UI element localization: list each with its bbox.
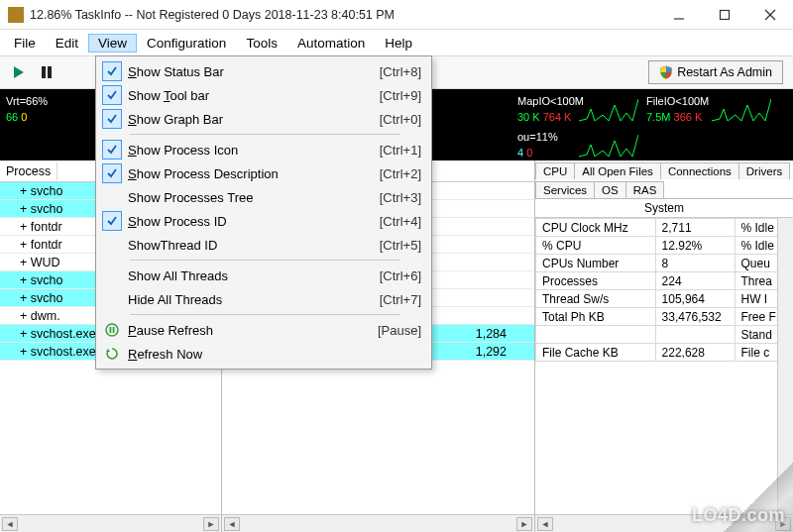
- system-cell: CPUs Number: [536, 255, 656, 272]
- menu-item-shortcut: [Ctrl+0]: [380, 112, 421, 127]
- scroll-right-icon[interactable]: ►: [203, 517, 219, 531]
- menu-item-show-process-id[interactable]: Show Process ID[Ctrl+4]: [98, 209, 429, 233]
- menu-item-label: Show Tool bar: [128, 88, 380, 103]
- system-row[interactable]: Thread Sw/s105,964HW I: [536, 290, 793, 308]
- system-row[interactable]: CPUs Number8Queu: [536, 255, 793, 272]
- system-cell: Thread Sw/s: [536, 290, 656, 308]
- menu-item-hide-all-threads[interactable]: Hide All Threads[Ctrl+7]: [98, 287, 429, 311]
- menu-view[interactable]: View: [88, 34, 137, 53]
- process-hscroll[interactable]: ◄ ►: [0, 514, 221, 532]
- scroll-right-icon[interactable]: ►: [516, 517, 532, 531]
- window-title: 12.86% TaskInfo -- Not Registered 0 Days…: [30, 8, 656, 22]
- graph-panel[interactable]: [642, 127, 773, 160]
- menu-edit[interactable]: Edit: [46, 34, 88, 53]
- svg-rect-5: [42, 66, 46, 78]
- menu-help[interactable]: Help: [375, 34, 422, 53]
- system-cell: [536, 326, 656, 344]
- refresh-icon: [102, 344, 122, 364]
- menu-item-pause-refresh[interactable]: Pause Refresh[Pause]: [98, 318, 429, 342]
- checkbox-icon: [102, 85, 122, 105]
- menu-item-showthread-id[interactable]: ShowThread ID[Ctrl+5]: [98, 233, 429, 257]
- tab-ras[interactable]: RAS: [625, 181, 665, 198]
- checkbox-icon: [102, 109, 122, 129]
- menu-item-shortcut: [Ctrl+3]: [380, 190, 421, 205]
- menu-item-shortcut: [Ctrl+4]: [380, 214, 421, 229]
- tab-services[interactable]: Services: [535, 181, 595, 198]
- tab-os[interactable]: OS: [594, 181, 626, 198]
- checkbox-icon: [102, 140, 122, 160]
- menu-item-label: Show All Threads: [128, 268, 380, 283]
- system-cell: 222,628: [655, 344, 735, 362]
- menu-item-show-tool-bar[interactable]: Show Tool bar[Ctrl+9]: [98, 83, 429, 107]
- menu-item-label: Show Process Description: [128, 166, 380, 181]
- menu-item-show-processes-tree[interactable]: Show Processes Tree[Ctrl+3]: [98, 185, 429, 209]
- system-row[interactable]: File Cache KB222,628File c: [536, 344, 793, 362]
- process-header-label: Process: [0, 162, 57, 180]
- tab-all-open-files[interactable]: All Open Files: [574, 162, 661, 179]
- menu-tools[interactable]: Tools: [236, 34, 287, 53]
- scroll-left-icon[interactable]: ◄: [2, 517, 18, 531]
- tab-connections[interactable]: Connections: [660, 162, 739, 179]
- title-bar: 12.86% TaskInfo -- Not Registered 0 Days…: [0, 0, 793, 30]
- maximize-button[interactable]: [702, 0, 747, 30]
- graph-panel[interactable]: FileIO<100M7.5M 366 K: [642, 91, 773, 125]
- menu-item-label: ShowThread ID: [128, 238, 380, 253]
- system-row[interactable]: Stand: [536, 326, 793, 344]
- system-vscroll[interactable]: [777, 218, 793, 514]
- system-hscroll[interactable]: ◄ ►: [535, 514, 793, 532]
- menu-configuration[interactable]: Configuration: [137, 34, 236, 53]
- menu-item-label: Show Graph Bar: [128, 112, 380, 127]
- svg-rect-1: [721, 10, 730, 19]
- menu-item-label: Refresh Now: [128, 347, 421, 362]
- menu-item-shortcut: [Ctrl+6]: [380, 268, 421, 283]
- system-cell: 8: [655, 255, 735, 272]
- checkbox-icon: [102, 266, 122, 285]
- close-button[interactable]: [747, 0, 793, 30]
- menu-automation[interactable]: Automation: [287, 34, 375, 53]
- system-cell: [655, 326, 735, 344]
- system-pane: CPUAll Open FilesConnectionsDriversServi…: [535, 160, 793, 532]
- menu-item-label: Show Process ID: [128, 214, 380, 229]
- svg-point-7: [106, 324, 118, 336]
- scroll-right-icon[interactable]: ►: [775, 517, 791, 531]
- scroll-left-icon[interactable]: ◄: [537, 517, 553, 531]
- menu-item-shortcut: [Ctrl+1]: [380, 143, 421, 158]
- menu-item-show-status-bar[interactable]: Show Status Bar[Ctrl+8]: [98, 59, 429, 83]
- graph-panel[interactable]: Vrt=66%66 0: [2, 91, 91, 125]
- system-cell: Total Ph KB: [536, 308, 656, 326]
- tab-drivers[interactable]: Drivers: [738, 162, 790, 179]
- shield-icon: [659, 65, 673, 79]
- view-menu-dropdown: Show Status Bar[Ctrl+8]Show Tool bar[Ctr…: [95, 55, 432, 370]
- scroll-left-icon[interactable]: ◄: [224, 517, 240, 531]
- center-hscroll[interactable]: ◄ ►: [222, 514, 534, 532]
- menu-item-shortcut: [Pause]: [378, 323, 421, 338]
- system-cell: CPU Clock MHz: [536, 219, 656, 237]
- menu-item-show-process-description[interactable]: Show Process Description[Ctrl+2]: [98, 161, 429, 185]
- system-cell: 224: [655, 272, 735, 290]
- checkbox-icon: [102, 235, 122, 255]
- menu-item-shortcut: [Ctrl+8]: [380, 64, 421, 79]
- menu-file[interactable]: File: [4, 34, 46, 53]
- menu-item-show-all-threads[interactable]: Show All Threads[Ctrl+6]: [98, 264, 429, 287]
- tab-cpu[interactable]: CPU: [535, 162, 575, 179]
- system-row[interactable]: Processes224Threa: [536, 272, 793, 290]
- menu-item-show-graph-bar[interactable]: Show Graph Bar[Ctrl+0]: [98, 107, 429, 131]
- graph-panel[interactable]: MapIO<100M30 K 764 K: [513, 91, 640, 125]
- pause-button[interactable]: [34, 59, 59, 85]
- menu-item-refresh-now[interactable]: Refresh Now: [98, 342, 429, 366]
- restart-as-admin-button[interactable]: Restart As Admin: [648, 60, 783, 84]
- minimize-button[interactable]: [656, 0, 702, 30]
- system-label: System: [535, 199, 793, 218]
- menu-item-show-process-icon[interactable]: Show Process Icon[Ctrl+1]: [98, 138, 429, 161]
- checkbox-icon: [102, 187, 122, 207]
- system-row[interactable]: CPU Clock MHz2,711% Idle: [536, 219, 793, 237]
- system-row[interactable]: Total Ph KB33,476,532Free F: [536, 308, 793, 326]
- system-cell: 12.92%: [655, 237, 735, 255]
- svg-marker-10: [106, 349, 110, 352]
- svg-rect-9: [113, 327, 115, 333]
- menu-item-label: Hide All Threads: [128, 292, 380, 307]
- checkbox-icon: [102, 163, 122, 183]
- play-button[interactable]: [6, 59, 32, 85]
- system-row[interactable]: % CPU12.92%% Idle: [536, 237, 793, 255]
- graph-panel[interactable]: ou=11%4 0: [513, 127, 640, 160]
